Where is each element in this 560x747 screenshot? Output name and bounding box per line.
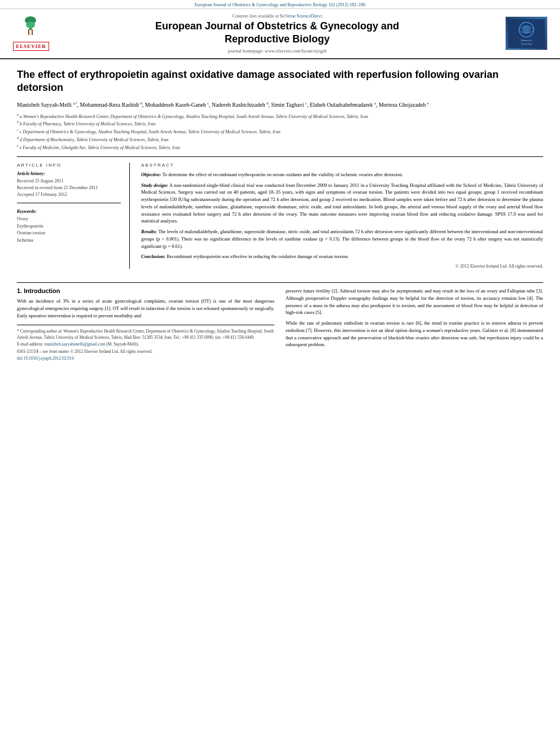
keywords-label: Keywords: xyxy=(17,209,121,214)
keyword-erythropoietin: Erythropoietin xyxy=(17,223,121,230)
abstract-results: Results: The levels of malondialdehyde, … xyxy=(141,228,543,250)
info-divider xyxy=(17,203,121,203)
sciverse-link[interactable]: SciVerse ScienceDirect xyxy=(280,14,322,19)
body-right-column: preserve future fertility [2]. Adnexal t… xyxy=(286,287,543,363)
doi-text[interactable]: doi:10.1016/j.ejogrb.2012.02.014 xyxy=(17,356,74,361)
study-design-text: A non-randomized single-blind clinical t… xyxy=(141,182,543,224)
footnotes: * Corresponding author at: Women's Repro… xyxy=(17,325,274,362)
results-label: Results: xyxy=(141,229,157,234)
abstract-conclusion: Conclusion: Recombinant erythropoietin w… xyxy=(141,253,543,260)
doi-line: doi:10.1016/j.ejogrb.2012.02.014 xyxy=(17,356,274,362)
svg-text:Gynecology: Gynecology xyxy=(520,43,532,45)
elsevier-logo-graphic xyxy=(16,16,47,40)
introduction-title: 1. Introduction xyxy=(17,287,274,294)
authors-text: Manizheh Sayyah-Melli a,*, Mohammad-Reza… xyxy=(17,102,428,108)
affiliation-c: c c Department of Obstetrics & Gynecolog… xyxy=(17,128,543,135)
homepage-text: journal homepage: www.elsevier.com/locat… xyxy=(228,48,326,54)
abstract-study-design: Study design: A non-randomized single-bl… xyxy=(141,182,543,225)
affiliation-e: e e Faculty of Medicine, Gholgsht Ave, T… xyxy=(17,143,543,151)
authors-line: Manizheh Sayyah-Melli a,*, Mohammad-Reza… xyxy=(17,101,543,109)
journal-logo-box: Obstetrics & Gynecology xyxy=(505,16,548,50)
keyword-ischemia: Ischemia xyxy=(17,237,121,244)
intro-paragraph1: With an incidence of 3% in a series of a… xyxy=(17,298,274,319)
abstract-column: ABSTRACT Objective: To determine the eff… xyxy=(141,163,543,269)
accepted-date: Accepted 17 February 2012 xyxy=(17,191,121,198)
objective-text: To determine the effect of recombinant e… xyxy=(162,172,403,177)
svg-rect-5 xyxy=(32,29,33,35)
email-address[interactable]: manizheh.sayyahunelli@gmail.com xyxy=(45,342,106,347)
journal-title-line2: Reproductive Biology xyxy=(225,33,330,45)
svg-point-3 xyxy=(26,21,35,28)
article-title: The effect of erythropoietin against oxi… xyxy=(17,68,543,95)
objective-label: Objective: xyxy=(141,172,161,177)
body-content: 1. Introduction With an incidence of 3% … xyxy=(0,287,560,363)
intro-paragraph2: preserve future fertility [2]. Adnexal t… xyxy=(286,287,543,316)
affiliation-d: d d Department of Biochemistry, Tabriz U… xyxy=(17,136,543,143)
affiliation-a: a a Women's Reproductive Health Research… xyxy=(17,112,543,120)
sciverse-text: Contents lists available at SciVerse Sci… xyxy=(58,14,497,19)
revised-date: Received in revised form 21 December 201… xyxy=(17,185,121,191)
conclusion-label: Conclusion: xyxy=(141,254,165,259)
journal-header-left: ELSEVIER xyxy=(11,16,51,51)
issn-line: 0301-2115/$ – see front matter © 2012 El… xyxy=(17,349,274,355)
svg-rect-4 xyxy=(28,29,29,35)
journal-header-right: Obstetrics & Gynecology xyxy=(504,16,549,50)
journal-header: ELSEVIER Contents lists available at Sci… xyxy=(0,9,560,59)
keyword-torsion: Ovarian torsion xyxy=(17,230,121,237)
article-content: The effect of erythropoietin against oxi… xyxy=(0,59,560,278)
body-left-column: 1. Introduction With an incidence of 3% … xyxy=(17,287,274,363)
abstract-heading: ABSTRACT xyxy=(141,163,543,168)
elsevier-wordmark: ELSEVIER xyxy=(13,42,49,51)
issn-text: 0301-2115/$ – see front matter © 2012 El… xyxy=(17,349,152,354)
section-title-text: Introduction xyxy=(24,287,60,294)
keyword-ovary: Ovary xyxy=(17,216,121,223)
email-note: E-mail address: manizheh.sayyahunelli@gm… xyxy=(17,342,274,348)
journal-title: European Journal of Obstetrics & Gynecol… xyxy=(58,20,497,46)
journal-banner-top: European Journal of Obstetrics & Gynecol… xyxy=(0,0,560,9)
results-text: The levels of malondialdehyde, glutathio… xyxy=(141,229,543,249)
received-date: Received 25 August 2011 xyxy=(17,178,121,185)
journal-header-center: Contents lists available at SciVerse Sci… xyxy=(58,14,497,54)
keywords-section: Keywords: Ovary Erythropoietin Ovarian t… xyxy=(17,209,121,244)
journal-title-line1: European Journal of Obstetrics & Gynecol… xyxy=(155,20,399,32)
article-info-heading: ARTICLE INFO xyxy=(17,163,121,168)
affiliation-b: b b Faculty of Pharmacy, Tabriz Universi… xyxy=(17,120,543,127)
intro-paragraph3: While the rate of pulmonary embolism in … xyxy=(286,320,543,348)
affiliations: a a Women's Reproductive Health Research… xyxy=(17,112,543,151)
article-info-column: ARTICLE INFO Article history: Received 2… xyxy=(17,163,130,269)
article-info-abstract-section: ARTICLE INFO Article history: Received 2… xyxy=(17,156,543,269)
email-label: E-mail address: xyxy=(17,342,43,347)
section-number: 1. xyxy=(17,287,22,294)
abstract-objective: Objective: To determine the effect of re… xyxy=(141,171,543,178)
banner-text: European Journal of Obstetrics & Gynecol… xyxy=(195,2,365,7)
svg-text:Obstetrics &: Obstetrics & xyxy=(520,40,532,42)
corresponding-author-note: * Corresponding author at: Women's Repro… xyxy=(17,329,274,340)
page-wrapper: European Journal of Obstetrics & Gynecol… xyxy=(0,0,560,747)
journal-homepage: journal homepage: www.elsevier.com/locat… xyxy=(58,48,497,54)
article-history-label: Article history: xyxy=(17,171,121,176)
email-suffix: (M. Sayyah-Melli). xyxy=(106,342,139,347)
main-divider xyxy=(17,282,543,283)
copyright-line: © 2012 Elsevier Ireland Ltd. All rights … xyxy=(141,264,543,269)
conclusion-text: Recombinant erythropoietin was effective… xyxy=(167,254,349,259)
study-design-label: Study design: xyxy=(141,182,168,188)
